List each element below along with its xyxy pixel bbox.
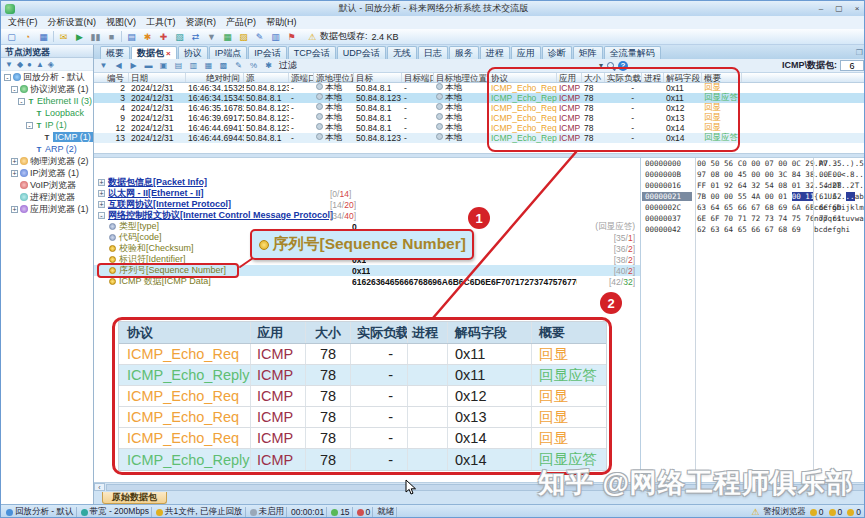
explorer-tool-icon[interactable]: ▲ (36, 60, 44, 69)
column-header[interactable]: 源端口 (289, 73, 314, 82)
save-icon[interactable]: ▦ (36, 30, 51, 43)
maximize-button[interactable]: ▢ (830, 2, 848, 15)
hex-row[interactable]: 00000021 7B 00 00 55 4A 00 01 00 11 61 6… (642, 191, 865, 202)
add-filter-icon[interactable]: ✚ (156, 30, 171, 43)
view-tab[interactable]: 进程 (480, 46, 510, 59)
menu-item[interactable]: 产品(P) (221, 16, 261, 29)
packet-row[interactable]: 13 2024/12/31 16:46:44.694436000 50.84.8… (94, 133, 865, 143)
packet-tool-icon[interactable]: ▦ (202, 60, 215, 71)
tree-item[interactable]: - 协议浏览器 (1) (1, 83, 93, 95)
view-tab[interactable]: 概要 (100, 46, 130, 59)
hex-row[interactable]: 0000002C 63 64 65 66 67 68 69 6A 6B 6C 6… (642, 202, 865, 213)
view-tab[interactable]: 日志 (418, 46, 448, 59)
view-tab[interactable]: 矩阵 (573, 46, 603, 59)
column-header[interactable]: 源地理位置 (314, 73, 354, 82)
analysis-profile-icon[interactable]: ▤ (124, 30, 139, 43)
tree-item[interactable]: - 回放分析 - 默认 (1, 71, 93, 83)
help-icon[interactable] (618, 61, 628, 71)
alert-label[interactable]: 警报浏览器 (763, 506, 806, 518)
hex-row[interactable]: 00000000 00 50 56 C0 00 07 00 0C 29 A7 3… (642, 158, 865, 169)
tab-close-icon[interactable]: × (166, 49, 171, 58)
menu-item[interactable]: 工具(T) (141, 16, 181, 29)
report-icon[interactable]: ▥ (268, 30, 283, 43)
packet-tool-icon[interactable]: ✱ (262, 60, 275, 71)
expander-icon[interactable]: + (11, 206, 18, 213)
menu-item[interactable]: 文件(F) (3, 16, 43, 29)
packet-tool-icon[interactable]: ▥ (187, 60, 200, 71)
matrix-icon[interactable]: ▦ (220, 30, 235, 43)
stop-icon[interactable]: ■ (104, 30, 119, 43)
column-header[interactable]: 日期 (129, 73, 186, 82)
tree-item[interactable]: Loopback (1, 107, 93, 119)
packet-tool-icon[interactable]: ▩ (217, 60, 230, 71)
expander-icon[interactable]: + (11, 158, 18, 165)
column-header[interactable]: 目标地理位置 (434, 73, 489, 82)
view-tab[interactable]: TCP会话 (288, 46, 336, 59)
view-tab[interactable]: 诊断 (542, 46, 572, 59)
hex-row[interactable]: 00000016 FF 01 92 64 32 54 08 01 32 54 0… (642, 180, 865, 191)
sep[interactable] (120, 30, 123, 43)
alarm-flag-icon[interactable]: ⚑ (284, 30, 299, 43)
expander-icon[interactable]: - (98, 212, 105, 219)
menu-item[interactable]: 分析设置(N) (43, 16, 102, 29)
view-tab[interactable]: IP端点 (209, 46, 248, 59)
tree-item[interactable]: ICMP (1) (1, 131, 93, 143)
column-header[interactable]: 概要 (702, 73, 742, 82)
expander-icon[interactable]: - (4, 74, 11, 81)
packet-tool-icon[interactable]: ✎ (232, 60, 245, 71)
view-tab[interactable]: 全流量解码 (604, 46, 661, 59)
hex-row[interactable]: 00000042 62 63 64 65 66 67 68 69 bcdefgh… (642, 224, 865, 235)
explorer-tool-icon[interactable]: ◆ (17, 60, 23, 69)
packet-tool-icon[interactable]: ▬ (142, 60, 155, 71)
minimize-button[interactable]: – (812, 2, 830, 15)
edit-icon[interactable]: ✎ (252, 30, 267, 43)
menu-item[interactable]: 帮助(H) (261, 16, 302, 29)
new-icon[interactable]: ▢ (4, 30, 19, 43)
adapter-icon[interactable]: ⇄ (188, 30, 203, 43)
note-icon[interactable]: ▧ (172, 30, 187, 43)
close-button[interactable]: × (848, 2, 865, 15)
packet-tool-icon[interactable]: ▼ (97, 60, 110, 71)
search-dropdown-icon[interactable]: ▾ (599, 61, 603, 70)
tree-item[interactable]: 进程浏览器 (1, 191, 93, 203)
column-header[interactable]: 源 (244, 73, 289, 82)
raw-packet-tab[interactable]: 原始数据包 (102, 492, 167, 504)
filter-funnel-icon[interactable]: ▼ (204, 30, 219, 43)
expander-icon[interactable]: + (98, 201, 105, 208)
expander-icon[interactable]: - (18, 98, 25, 105)
pause-icon[interactable]: ▮▮ (88, 30, 103, 43)
decode-row[interactable]: ICMP 数据[ICMP Data] 6162636465666768696A6… (94, 276, 640, 287)
column-header[interactable]: 协议 (489, 73, 557, 82)
hex-row[interactable]: 00000037 6E 6F 70 71 72 73 74 75 76 77 6… (642, 213, 865, 224)
packet-tool-icon[interactable]: ▤ (172, 60, 185, 71)
view-tab[interactable]: 服务 (449, 46, 479, 59)
explorer-tool-icon[interactable]: ● (27, 60, 32, 69)
view-tab[interactable]: 无线 (387, 46, 417, 59)
column-header[interactable]: 目标端口 (402, 73, 434, 82)
tree-item[interactable]: + IP浏览器 (1) (1, 167, 93, 179)
packet-tool-icon[interactable]: ◀ (112, 60, 125, 71)
column-header[interactable]: 实际负载 (605, 73, 642, 82)
packet-tool-icon[interactable]: % (247, 60, 260, 71)
decode-row[interactable]: - 网络控制报文协议[Internet Control Message Prot… (94, 210, 640, 221)
horizontal-scrollbar[interactable]: ‹ (94, 482, 865, 491)
hex-row[interactable]: 0000000B 97 08 00 45 00 00 3C 84 38 00 0… (642, 169, 865, 180)
expander-icon[interactable]: + (98, 190, 105, 197)
view-tab[interactable]: UDP会话 (337, 46, 386, 59)
start-icon[interactable]: ▶ (72, 30, 87, 43)
expander-icon[interactable]: + (98, 179, 105, 186)
column-header[interactable]: 解码字段 (664, 73, 702, 82)
explorer-tool-icon[interactable]: ◈ (48, 60, 54, 69)
column-header[interactable]: 绝对时间 (186, 73, 244, 82)
tree-item[interactable]: - IP (1) (1, 119, 93, 131)
expander-icon[interactable]: - (11, 86, 18, 93)
view-tab[interactable]: IP会话 (248, 46, 287, 59)
expander-icon[interactable]: + (11, 170, 18, 177)
replay-open-icon[interactable]: ◔ (20, 30, 35, 43)
explorer-tool-icon[interactable]: ▼ (5, 60, 13, 69)
menu-item[interactable]: 资源(R) (181, 16, 222, 29)
expander-icon[interactable]: - (26, 122, 33, 129)
column-header[interactable]: 大小 (582, 73, 605, 82)
view-tab[interactable]: 协议 (178, 46, 208, 59)
pane-layout-icon[interactable]: ❒ (856, 48, 863, 57)
